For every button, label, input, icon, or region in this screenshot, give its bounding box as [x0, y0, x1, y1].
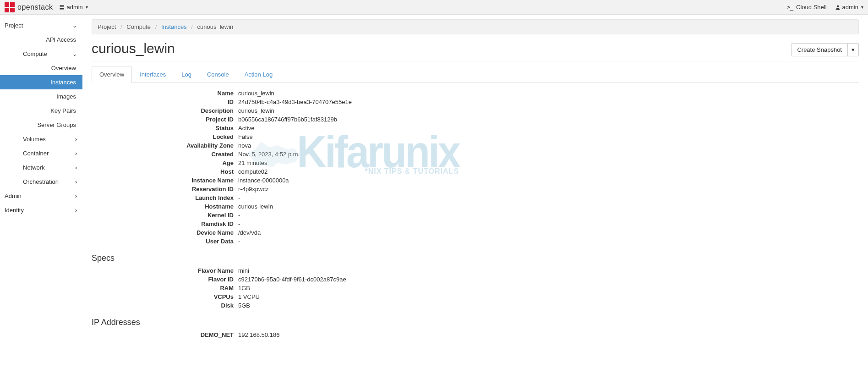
page-header: curious_lewin Create Snapshot ▾	[92, 34, 859, 61]
value-disk: 5GB	[238, 302, 859, 309]
svg-point-2	[836, 5, 839, 7]
nav-instances[interactable]: Instances	[0, 75, 82, 89]
label-description: Description	[92, 107, 238, 115]
user-menu[interactable]: admin ▾	[835, 4, 863, 11]
user-label: admin	[842, 4, 858, 11]
label-flavor-name: Flavor Name	[92, 267, 238, 275]
value-status: Active	[238, 124, 859, 132]
tabs: Overview Interfaces Log Console Action L…	[92, 66, 859, 83]
brand-text: openstack	[17, 3, 53, 11]
prompt-icon: >_	[786, 4, 793, 11]
tab-log[interactable]: Log	[174, 66, 199, 83]
label-created: Created	[92, 150, 238, 158]
nav-label: Project	[5, 22, 23, 29]
label-ramdisk-id: Ramdisk ID	[92, 220, 238, 228]
label-flavor-id: Flavor ID	[92, 275, 238, 283]
cloud-shell-button[interactable]: >_ Cloud Shell	[786, 4, 826, 11]
nav-label: Compute	[23, 50, 47, 57]
bc-instances[interactable]: Instances	[161, 23, 187, 30]
chevron-down-icon	[72, 51, 77, 57]
page-title: curious_lewin	[92, 41, 175, 56]
openstack-logo-icon	[5, 2, 15, 12]
value-demo-net: 192.168.50.186	[238, 331, 859, 339]
nav-orchestration[interactable]: Orchestration	[0, 175, 82, 189]
nav-images[interactable]: Images	[0, 89, 82, 104]
tab-console[interactable]: Console	[199, 66, 237, 83]
nav-label: Identity	[5, 207, 24, 214]
label-instance-name: Instance Name	[92, 176, 238, 184]
nav-project[interactable]: Project	[0, 18, 82, 33]
nav-network[interactable]: Network	[0, 160, 82, 175]
value-project-id: b06556ca186746ff97b6b51faf83129b	[238, 116, 859, 123]
label-age: Age	[92, 159, 238, 167]
tab-overview[interactable]: Overview	[92, 66, 132, 83]
label-name: Name	[92, 89, 238, 97]
value-kernel-id: -	[238, 211, 859, 219]
nav-label: Container	[23, 150, 49, 157]
label-hostname: Hostname	[92, 203, 238, 210]
action-button-group: Create Snapshot ▾	[791, 43, 859, 56]
nav-admin[interactable]: Admin	[0, 189, 82, 203]
nav-overview[interactable]: Overview	[0, 61, 82, 75]
label-status: Status	[92, 124, 238, 132]
caret-down-icon: ▾	[86, 5, 88, 10]
action-dropdown-button[interactable]: ▾	[848, 43, 859, 56]
tab-action-log[interactable]: Action Log	[237, 66, 280, 83]
value-vcpus: 1 VCPU	[238, 293, 859, 301]
label-reservation-id: Reservation ID	[92, 185, 238, 193]
nav-volumes[interactable]: Volumes	[0, 132, 82, 146]
chevron-right-icon	[75, 136, 77, 143]
bc-separator: /	[118, 23, 125, 30]
overview-details: Namecurious_lewin ID24d7504b-c4a3-49d3-b…	[92, 83, 859, 339]
value-flavor-name: mini	[238, 267, 859, 275]
logo[interactable]: openstack	[5, 2, 53, 12]
nav-label: Admin	[5, 192, 22, 199]
value-reservation-id: r-4p9xpwcz	[238, 185, 859, 193]
label-launch-index: Launch Index	[92, 194, 238, 202]
bc-project[interactable]: Project	[98, 23, 116, 30]
bc-compute[interactable]: Compute	[126, 23, 151, 30]
caret-down-icon: ▾	[861, 5, 863, 10]
chevron-right-icon	[75, 165, 77, 171]
value-locked: False	[238, 133, 859, 141]
chevron-right-icon	[75, 179, 77, 185]
svg-rect-1	[60, 8, 64, 9]
label-az: Availability Zone	[92, 142, 238, 149]
nav-server-groups[interactable]: Server Groups	[0, 118, 82, 132]
label-project-id: Project ID	[92, 116, 238, 123]
value-ram: 1GB	[238, 284, 859, 292]
label-user-data: User Data	[92, 237, 238, 245]
value-user-data: -	[238, 237, 859, 245]
nav-keypairs[interactable]: Key Pairs	[0, 104, 82, 118]
nav-label: Orchestration	[23, 178, 59, 185]
label-ram: RAM	[92, 284, 238, 292]
nav-compute[interactable]: Compute	[0, 47, 82, 61]
value-age: 21 minutes	[238, 159, 859, 167]
create-snapshot-button[interactable]: Create Snapshot	[791, 43, 848, 56]
chevron-right-icon	[75, 193, 77, 199]
value-ramdisk-id: -	[238, 220, 859, 228]
project-selector[interactable]: admin ▾	[59, 4, 87, 11]
tab-interfaces[interactable]: Interfaces	[132, 66, 174, 83]
chevron-right-icon	[75, 207, 77, 214]
nav-label: Network	[23, 164, 45, 171]
nav-api-access[interactable]: API Access	[0, 33, 82, 47]
main-content: Project / Compute / Instances / curious_…	[82, 15, 868, 357]
value-description: curious_lewin	[238, 107, 859, 115]
value-host: compute02	[238, 168, 859, 176]
label-vcpus: VCPUs	[92, 293, 238, 301]
value-name: curious_lewin	[238, 89, 859, 97]
sidebar: Project API Access Compute Overview Inst…	[0, 15, 82, 357]
user-icon	[835, 5, 841, 10]
cloud-shell-label: Cloud Shell	[796, 4, 827, 11]
label-host: Host	[92, 168, 238, 176]
value-device-name: /dev/vda	[238, 229, 859, 236]
nav-identity[interactable]: Identity	[0, 203, 82, 217]
chevron-down-icon	[72, 22, 77, 29]
value-created: Nov. 5, 2023, 4:52 p.m.	[238, 150, 859, 158]
nav-container[interactable]: Container	[0, 146, 82, 160]
label-demo-net: DEMO_NET	[92, 331, 238, 339]
label-device-name: Device Name	[92, 229, 238, 236]
label-id: ID	[92, 98, 238, 106]
value-hostname: curious-lewin	[238, 203, 859, 210]
